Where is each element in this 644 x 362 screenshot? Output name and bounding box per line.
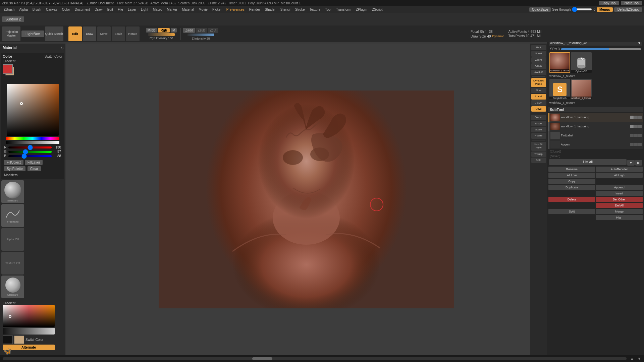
material-refresh-icon[interactable]: ↻ [60,46,64,51]
list-all-button[interactable]: List All [549,159,627,165]
scale-tool-button[interactable]: Scale [531,127,546,132]
menu-shader[interactable]: Shader [263,7,277,12]
paste-tool-button[interactable]: Paste Tool [621,1,642,5]
menu-document[interactable]: Document [73,7,92,12]
del-all-button[interactable]: Del All [596,203,643,208]
rgb-intensity-bar[interactable] [148,33,175,36]
r-slider[interactable] [8,146,52,148]
brush-standard-thumb[interactable]: Standard [1,180,24,203]
menu-draw[interactable]: Draw [93,7,104,12]
thumb-simplebrush[interactable]: S SimpleBrush [549,79,570,100]
oxyz-button[interactable]: Oxyz [531,106,546,112]
zadd-button[interactable]: Zadd [183,28,195,33]
transp-button[interactable]: Transp [531,152,546,157]
menu-tool[interactable]: Tool [323,7,333,12]
nav-up-arrow[interactable]: ▲ [630,356,634,361]
menu-zbrush[interactable]: ZBrush [2,7,16,12]
edit-button[interactable]: Edit [68,26,82,41]
gradient-mini-picker[interactable] [3,305,55,327]
subtool-toggle-1[interactable] [630,125,634,128]
menu-color[interactable]: Color [60,7,72,12]
subtool-item-augen[interactable]: Augen [548,140,643,149]
scroll-thumb[interactable] [252,357,272,360]
draw-button[interactable]: Draw [83,26,96,41]
mrgb-button[interactable]: Mrgb [146,28,157,33]
frame-button[interactable]: Frame [531,115,546,120]
copy-tool-button[interactable]: Copy Tool [599,1,619,5]
canvas-inner[interactable] [159,90,454,308]
spix-bar[interactable] [561,48,641,50]
menu-marker[interactable]: Marker [165,7,179,12]
swatch-beige[interactable] [14,336,24,344]
menus-button[interactable]: Menus [597,7,613,12]
menu-file[interactable]: File [116,7,125,12]
fill-layer-button[interactable]: FillLayer [25,160,43,165]
brightness-slider[interactable] [6,141,59,144]
sys-palette-button[interactable]: SysPalette [4,166,25,171]
subtool-lock-1[interactable] [634,125,638,128]
linefill-button[interactable]: Line FillPolyf [531,142,546,151]
quick-sketch-button[interactable]: Quick Sketch [45,26,63,41]
fill-object-button[interactable]: FillObject [4,160,23,165]
menu-layer[interactable]: Layer [126,7,138,12]
projection-master-button[interactable]: Projection Master [2,26,20,41]
del-other-button[interactable]: Del Other [596,197,643,202]
menu-material[interactable]: Material [180,7,196,12]
thumb-workflow1[interactable]: workflow_1_texturing [549,52,570,73]
subtool-solo-0[interactable] [638,116,642,119]
menu-stroke[interactable]: Stroke [293,7,307,12]
list-right-button[interactable]: ▶ [635,160,642,166]
high-button[interactable]: High [596,215,643,220]
brill-button[interactable]: Brill [531,45,546,50]
subtool-solo-1[interactable] [638,125,642,128]
list-arrow-button[interactable]: ▼ [627,160,635,166]
move-button[interactable]: Move [97,26,111,41]
menu-light[interactable]: Light [139,7,150,12]
solo-button[interactable]: Solo [531,158,546,163]
menu-zplugin[interactable]: ZPlugin [354,7,369,12]
see-through-slider[interactable] [572,8,592,10]
subtool-toggle-2[interactable] [630,134,634,137]
merge-button[interactable]: Merge [596,209,643,214]
thumb-workflow-texture[interactable]: workflow_1_texture [571,79,592,100]
menu-stencil[interactable]: Stencil [279,7,292,12]
menu-edit[interactable]: Edit [106,7,115,12]
thumb-cylinder3d[interactable]: Cylinder3D [571,52,592,73]
z-intensity-bar[interactable] [187,34,214,36]
color-picker[interactable] [7,84,59,136]
persp-button[interactable]: DynamicPersp [531,78,546,87]
all-low-button[interactable]: All Low [548,173,595,178]
zoom-button[interactable]: Zoom [531,57,546,63]
brush-standard2-thumb[interactable]: Standard [1,276,24,298]
swatch-black[interactable] [3,336,13,344]
menu-render[interactable]: Render [248,7,262,12]
clear-button[interactable]: Clear [28,166,41,171]
subtool-item-0[interactable]: workflow_1_texturing [548,113,643,122]
quicksave-button[interactable]: QuickSave [529,7,551,12]
floor-button[interactable]: Floor [531,88,546,93]
m-button[interactable]: M [171,28,177,33]
menu-brush[interactable]: Brush [31,7,43,12]
front-swatch[interactable] [3,64,13,74]
subtool-solo-3[interactable] [638,143,642,146]
switch-color-btn[interactable]: SwitchColor [45,55,62,58]
append-button[interactable]: Append [596,185,643,190]
rename-button[interactable]: Rename [548,167,595,172]
brush-texture-thumb[interactable]: Texture Off [1,252,24,275]
autoreorder-button[interactable]: AutoReorder [596,167,643,172]
subtool-copy-button[interactable]: Copy [548,179,595,184]
lightbox-button[interactable]: LightBox [21,31,44,37]
insert-button[interactable]: Insert [596,191,643,196]
move-tool-button[interactable]: Move [531,121,546,126]
scale-button[interactable]: Scale [112,26,125,41]
brush-freehand-thumb[interactable]: Freehand [1,204,24,227]
subtool-toggle-0[interactable] [630,116,634,119]
defaultzscript-button[interactable]: DefaultZScript [614,7,642,12]
local-button[interactable]: Local [531,94,546,99]
subtool-lock-3[interactable] [634,143,638,146]
menu-transform[interactable]: Transform [334,7,353,12]
menu-texture[interactable]: Texture [308,7,322,12]
all-high-button[interactable]: All High [596,173,643,178]
menu-movie[interactable]: Movie [197,7,209,12]
duplicate-button[interactable]: Duplicate [548,185,595,190]
